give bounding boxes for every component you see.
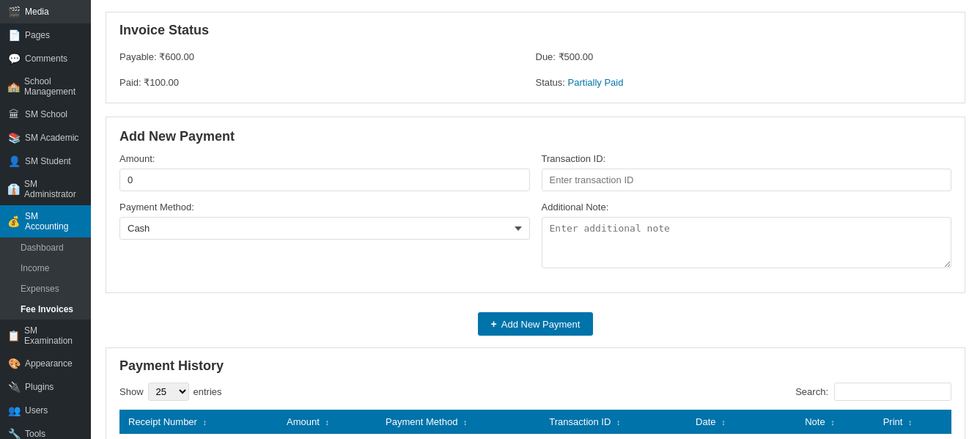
paid-field: Paid: ₹100.00 xyxy=(119,73,536,92)
sub-item-expenses[interactable]: Expenses xyxy=(0,278,91,299)
table-header: Receipt Number ↕ Amount ↕ Payment Method… xyxy=(119,410,951,434)
invoice-status-title: Invoice Status xyxy=(119,23,951,38)
sm-administrator-icon: 👔 xyxy=(7,183,20,195)
cell-date: 20-09-2019 xyxy=(687,434,796,439)
sort-icon-print: ↕ xyxy=(908,418,913,427)
amount-input[interactable] xyxy=(119,169,530,191)
show-label: Show xyxy=(119,386,144,397)
sidebar: 🎬 Media 📄 Pages 💬 Comments 🏫 School Mana… xyxy=(0,0,91,439)
main-content: Invoice Status Payable: ₹600.00 Due: ₹50… xyxy=(91,0,980,439)
add-payment-title: Add New Payment xyxy=(119,129,951,144)
col-note[interactable]: Note ↕ xyxy=(796,410,874,434)
col-date[interactable]: Date ↕ xyxy=(687,410,796,434)
additional-note-label: Additional Note: xyxy=(542,202,952,213)
transaction-id-input[interactable] xyxy=(542,169,952,191)
sidebar-item-pages[interactable]: 📄 Pages xyxy=(0,23,91,47)
sidebar-item-sm-academic[interactable]: 📚 SM Academic xyxy=(0,126,91,150)
additional-note-input[interactable] xyxy=(542,217,952,268)
sm-student-icon: 👤 xyxy=(7,155,21,167)
payment-form-row-2: Payment Method: Cash Bank Transfer Chequ… xyxy=(119,202,951,270)
sidebar-item-sm-accounting[interactable]: 💰 SM Accounting xyxy=(0,205,91,237)
accounting-submenu: Dashboard Income Expenses Fee Invoices xyxy=(0,237,91,320)
cell-receipt-number: ⊕ 000003 xyxy=(119,434,278,439)
media-icon: 🎬 xyxy=(7,6,21,18)
show-entries-control: Show 25 10 50 100 entries xyxy=(119,383,222,401)
payable-field: Payable: ₹600.00 xyxy=(119,47,536,67)
col-transaction-id[interactable]: Transaction ID ↕ xyxy=(540,410,687,434)
users-icon: 👥 xyxy=(7,405,21,416)
add-payment-section: Add New Payment Amount: Transaction ID: … xyxy=(106,117,965,293)
sub-item-fee-invoices[interactable]: Fee Invoices xyxy=(0,299,91,320)
payment-history-table: Receipt Number ↕ Amount ↕ Payment Method… xyxy=(119,410,951,439)
search-label: Search: xyxy=(795,386,828,397)
sort-icon-amount: ↕ xyxy=(325,418,329,427)
sidebar-item-plugins[interactable]: 🔌 Plugins xyxy=(0,375,91,399)
entries-per-page-select[interactable]: 25 10 50 100 xyxy=(148,383,189,401)
invoice-status-grid: Payable: ₹600.00 Due: ₹500.00 Paid: ₹100… xyxy=(119,47,951,92)
comments-icon: 💬 xyxy=(7,53,21,64)
payment-history-section: Payment History Show 25 10 50 100 entrie… xyxy=(106,347,965,439)
appearance-icon: 🎨 xyxy=(7,358,21,369)
pages-icon: 📄 xyxy=(7,29,21,41)
sm-accounting-icon: 💰 xyxy=(7,215,21,227)
search-input[interactable] xyxy=(834,383,951,401)
sm-academic-icon: 📚 xyxy=(7,132,21,144)
sidebar-item-appearance[interactable]: 🎨 Appearance xyxy=(0,352,91,375)
payment-method-label: Payment Method: xyxy=(119,202,530,213)
table-row: ⊕ 000003 ₹100.00 Cash 0011214 20-09-2019… xyxy=(119,434,951,439)
plus-icon: + xyxy=(491,318,497,330)
sort-icon-receipt: ↕ xyxy=(203,418,207,427)
sort-icon-date: ↕ xyxy=(721,418,726,427)
sm-school-icon: 🏛 xyxy=(7,108,21,120)
search-box: Search: xyxy=(795,383,951,401)
tools-icon: 🔧 xyxy=(7,428,21,439)
invoice-status-section: Invoice Status Payable: ₹600.00 Due: ₹50… xyxy=(106,12,965,103)
col-print[interactable]: Print ↕ xyxy=(874,410,951,434)
sidebar-item-school-management[interactable]: 🏫 School Management xyxy=(0,70,91,103)
sidebar-item-sm-examination[interactable]: 📋 SM Examination xyxy=(0,320,91,352)
amount-group: Amount: xyxy=(119,153,530,191)
payment-history-title: Payment History xyxy=(119,358,951,374)
col-payment-method[interactable]: Payment Method ↕ xyxy=(377,410,540,434)
transaction-id-group: Transaction ID: xyxy=(542,153,952,191)
entries-label: entries xyxy=(194,386,222,397)
sort-icon-transaction-id: ↕ xyxy=(616,418,621,427)
sidebar-item-sm-student[interactable]: 👤 SM Student xyxy=(0,150,91,173)
sidebar-item-sm-administrator[interactable]: 👔 SM Administrator xyxy=(0,173,91,205)
due-field: Due: ₹500.00 xyxy=(536,47,952,67)
sidebar-item-tools[interactable]: 🔧 Tools xyxy=(0,422,91,439)
amount-label: Amount: xyxy=(119,153,530,164)
add-payment-button[interactable]: + Add New Payment xyxy=(478,312,594,336)
cell-payment-method: Cash xyxy=(377,434,540,439)
sub-item-income[interactable]: Income xyxy=(0,258,91,278)
sort-icon-note: ↕ xyxy=(830,418,835,427)
sidebar-item-users[interactable]: 👥 Users xyxy=(0,399,91,422)
sidebar-item-media[interactable]: 🎬 Media xyxy=(0,0,91,23)
cell-transaction-id: 0011214 xyxy=(540,434,687,439)
table-body: ⊕ 000003 ₹100.00 Cash 0011214 20-09-2019… xyxy=(119,434,951,439)
cell-print: 🖨 xyxy=(874,434,951,439)
additional-note-group: Additional Note: xyxy=(542,202,952,270)
payment-method-select[interactable]: Cash Bank Transfer Cheque Online xyxy=(119,217,530,240)
table-controls: Show 25 10 50 100 entries Search: xyxy=(119,383,951,401)
sidebar-item-comments[interactable]: 💬 Comments xyxy=(0,47,91,70)
status-field: Status: Partially Paid xyxy=(536,73,952,92)
cell-amount: ₹100.00 xyxy=(278,434,377,439)
cell-note: - xyxy=(796,434,874,439)
sub-item-dashboard[interactable]: Dashboard xyxy=(0,237,91,258)
col-receipt-number[interactable]: Receipt Number ↕ xyxy=(119,410,278,434)
sidebar-item-sm-school[interactable]: 🏛 SM School xyxy=(0,103,91,126)
payment-form-row-1: Amount: Transaction ID: xyxy=(119,153,951,191)
transaction-id-label: Transaction ID: xyxy=(542,153,952,164)
sm-examination-icon: 📋 xyxy=(7,330,20,342)
school-management-icon: 🏫 xyxy=(7,81,20,92)
col-amount[interactable]: Amount ↕ xyxy=(278,410,377,434)
status-link[interactable]: Partially Paid xyxy=(568,77,624,88)
add-payment-btn-container: + Add New Payment xyxy=(106,305,965,347)
payment-method-group: Payment Method: Cash Bank Transfer Chequ… xyxy=(119,202,530,270)
plugins-icon: 🔌 xyxy=(7,381,21,393)
sort-icon-payment-method: ↕ xyxy=(463,418,468,427)
